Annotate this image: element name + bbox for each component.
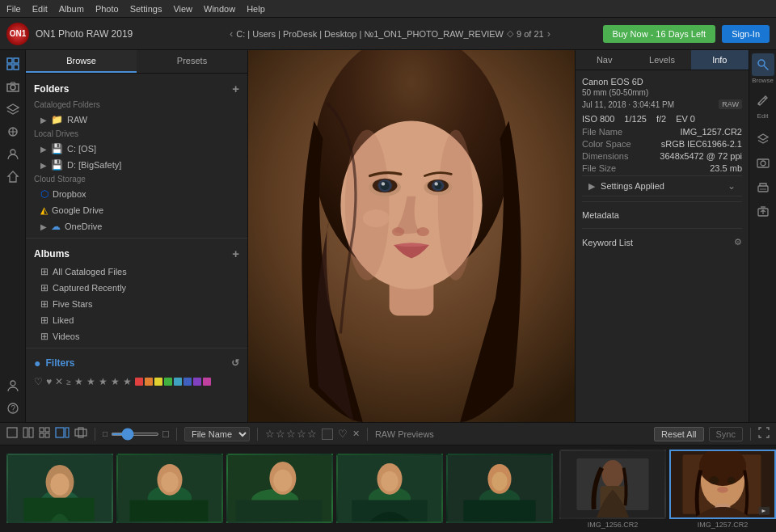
tab-browse[interactable]: Browse: [26, 50, 137, 73]
color-label-box[interactable]: [322, 429, 333, 440]
albums-add-button[interactable]: +: [232, 247, 239, 260]
settings-applied-row[interactable]: ▶ Settings Applied ⌄: [582, 175, 742, 196]
x-filter-icon[interactable]: ✕: [55, 376, 63, 387]
heart-filter-icon[interactable]: ♡: [34, 376, 43, 387]
filmstrip-item-5[interactable]: [446, 454, 553, 525]
thumb-2[interactable]: [116, 454, 223, 523]
help-icon[interactable]: ?: [2, 398, 23, 419]
sort-dropdown[interactable]: File Name: [184, 427, 250, 441]
thumb-1[interactable]: [6, 454, 113, 523]
tab-presets[interactable]: Presets: [137, 50, 247, 73]
sync-button[interactable]: Sync: [709, 427, 743, 441]
color-pink[interactable]: [203, 378, 211, 386]
thumb-4[interactable]: [336, 454, 443, 523]
reject-button[interactable]: ✕: [352, 429, 360, 439]
raw-folder-item[interactable]: ▶ 📁 RAW: [26, 112, 247, 128]
folders-add-button[interactable]: +: [232, 82, 239, 95]
onedrive-item[interactable]: ▶ ☁ OneDrive: [26, 218, 247, 234]
filmstrip-item-1[interactable]: [6, 454, 113, 525]
browse-panel-icon[interactable]: [752, 53, 774, 76]
menu-window[interactable]: Window: [204, 4, 235, 14]
thumb-3[interactable]: [226, 454, 333, 523]
color-orange[interactable]: [145, 378, 153, 386]
filmstrip-item-2[interactable]: [116, 454, 223, 525]
thumb-6[interactable]: [559, 450, 666, 519]
captured-recently-item[interactable]: ⊞ Captured Recently: [26, 280, 247, 296]
liked-item[interactable]: ⊞ Liked: [26, 312, 247, 328]
tab-levels[interactable]: Levels: [633, 50, 690, 70]
image-area[interactable]: [248, 50, 575, 422]
heart-filled-filter-icon[interactable]: ♥: [46, 376, 52, 387]
color-cyan[interactable]: [174, 378, 182, 386]
dropbox-item[interactable]: ⬡ Dropbox: [26, 186, 247, 202]
tab-nav[interactable]: Nav: [576, 50, 633, 70]
thumb-5[interactable]: [446, 454, 553, 523]
portrait-icon[interactable]: [2, 144, 23, 165]
star-1[interactable]: ☆: [265, 428, 275, 440]
user-icon[interactable]: [2, 375, 23, 396]
google-drive-item[interactable]: ◭ Google Drive: [26, 202, 247, 218]
star2[interactable]: ★: [86, 376, 95, 387]
nav-prev-arrow[interactable]: ‹: [230, 27, 233, 40]
filmstrip-item-7[interactable]: IMG_1257.CR2: [669, 450, 776, 529]
settings-dropdown-icon[interactable]: ⌄: [728, 180, 736, 192]
videos-item[interactable]: ⊞ Videos: [26, 328, 247, 344]
buy-button[interactable]: Buy Now - 16 Days Left: [603, 25, 716, 43]
filmstrip-item-3[interactable]: [226, 454, 333, 525]
signin-button[interactable]: Sign-In: [722, 25, 770, 43]
menu-view[interactable]: View: [173, 4, 192, 14]
layers-icon[interactable]: [2, 99, 23, 120]
color-green[interactable]: [164, 378, 172, 386]
photo-panel-icon[interactable]: [752, 152, 774, 175]
grid-view-icon[interactable]: [39, 427, 50, 441]
color-red[interactable]: [135, 378, 143, 386]
gte-filter-icon[interactable]: ≥: [66, 378, 71, 386]
star-2[interactable]: ☆: [276, 428, 285, 440]
effects-icon[interactable]: [2, 121, 23, 142]
menu-settings[interactable]: Settings: [130, 4, 162, 14]
keyword-header[interactable]: Keyword List ⚙: [582, 234, 742, 251]
menu-edit[interactable]: Edit: [32, 4, 48, 14]
star-3[interactable]: ☆: [286, 428, 296, 440]
camera-icon[interactable]: [2, 76, 23, 97]
tab-info[interactable]: Info: [691, 50, 749, 70]
drive-d-item[interactable]: ▶ 💾 D: [BigSafety]: [26, 157, 247, 173]
drive-c-item[interactable]: ▶ 💾 C: [OS]: [26, 141, 247, 157]
keyword-gear-icon[interactable]: ⚙: [734, 237, 742, 247]
star4[interactable]: ★: [111, 376, 120, 387]
color-purple[interactable]: [193, 378, 201, 386]
single-view-icon[interactable]: [6, 427, 18, 441]
compare-view-icon[interactable]: [23, 427, 34, 441]
star3[interactable]: ★: [99, 376, 108, 387]
filmstrip-item-6[interactable]: IMG_1256.CR2: [559, 450, 666, 529]
color-blue[interactable]: [183, 378, 192, 386]
browse-icon[interactable]: [2, 53, 23, 74]
star5[interactable]: ★: [123, 376, 132, 387]
color-yellow[interactable]: [154, 378, 162, 386]
local-icon[interactable]: [2, 167, 23, 188]
five-stars-item[interactable]: ⊞ Five Stars: [26, 296, 247, 312]
reset-all-button[interactable]: Reset All: [654, 427, 703, 441]
menu-file[interactable]: File: [6, 4, 21, 14]
fullscreen-icon[interactable]: [758, 427, 770, 441]
menu-album[interactable]: Album: [59, 4, 84, 14]
star-4[interactable]: ☆: [297, 428, 306, 440]
zoom-slider[interactable]: [111, 433, 159, 436]
nav-next-arrow[interactable]: ›: [547, 27, 550, 40]
full-view-icon[interactable]: [74, 427, 87, 441]
menu-help[interactable]: Help: [247, 4, 265, 14]
thumb-7[interactable]: [669, 450, 776, 519]
like-button[interactable]: ♡: [338, 428, 348, 440]
filmstrip-view-icon[interactable]: [55, 427, 70, 441]
edit-panel-icon[interactable]: [752, 89, 774, 112]
menu-photo[interactable]: Photo: [95, 4, 119, 14]
star-5[interactable]: ☆: [307, 428, 317, 440]
filmstrip-item-4[interactable]: [336, 454, 443, 525]
metadata-header[interactable]: Metadata: [582, 207, 742, 223]
print-panel-icon[interactable]: [752, 176, 774, 199]
filters-reset-icon[interactable]: ↺: [231, 357, 239, 369]
all-cataloged-item[interactable]: ⊞ All Cataloged Files: [26, 264, 247, 280]
export-panel-icon[interactable]: [752, 201, 774, 223]
star1[interactable]: ★: [74, 376, 83, 387]
layers-panel-icon[interactable]: [752, 128, 774, 150]
